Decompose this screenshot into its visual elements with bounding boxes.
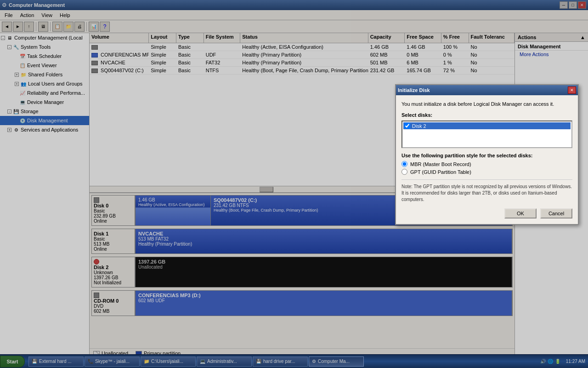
dialog-radio-group: MBR (Master Boot Record) GPT (GUID Parti…	[401, 161, 572, 175]
dialog-ok-button[interactable]: OK	[504, 208, 537, 218]
dialog-note: Note: The GPT partition style is not rec…	[401, 179, 572, 203]
dialog-gpt-row: GPT (GUID Partition Table)	[401, 169, 572, 175]
mbr-radio[interactable]	[401, 161, 407, 167]
gpt-radio[interactable]	[401, 169, 407, 175]
dialog-partition-style-label: Use the following partition style for th…	[401, 153, 572, 158]
dialog-cancel-button[interactable]: Cancel	[540, 208, 572, 218]
dialog-buttons: OK Cancel	[401, 208, 572, 218]
disk2-label: Disk 2	[412, 123, 426, 129]
dialog-message: You must initialize a disk before Logica…	[401, 101, 572, 108]
mbr-label[interactable]: MBR (Master Boot Record)	[410, 161, 471, 167]
dialog-title-text: Initialize Disk	[398, 87, 568, 93]
disk2-checkbox[interactable]	[404, 123, 410, 129]
dialog-overlay: Initialize Disk ✕ You must initialize a …	[0, 0, 588, 368]
dialog-select-disks-label: Select disks:	[401, 112, 572, 118]
dialog-content: You must initialize a disk before Logica…	[396, 95, 578, 224]
dialog-title-bar: Initialize Disk ✕	[396, 85, 578, 95]
initialize-disk-dialog: Initialize Disk ✕ You must initialize a …	[395, 84, 579, 225]
dialog-disks-listbox[interactable]: Disk 2	[401, 121, 572, 148]
dialog-close-button[interactable]: ✕	[568, 86, 576, 94]
gpt-label[interactable]: GPT (GUID Partition Table)	[410, 169, 471, 175]
dialog-disk2-item[interactable]: Disk 2	[403, 122, 571, 129]
dialog-mbr-row: MBR (Master Boot Record)	[401, 161, 572, 167]
